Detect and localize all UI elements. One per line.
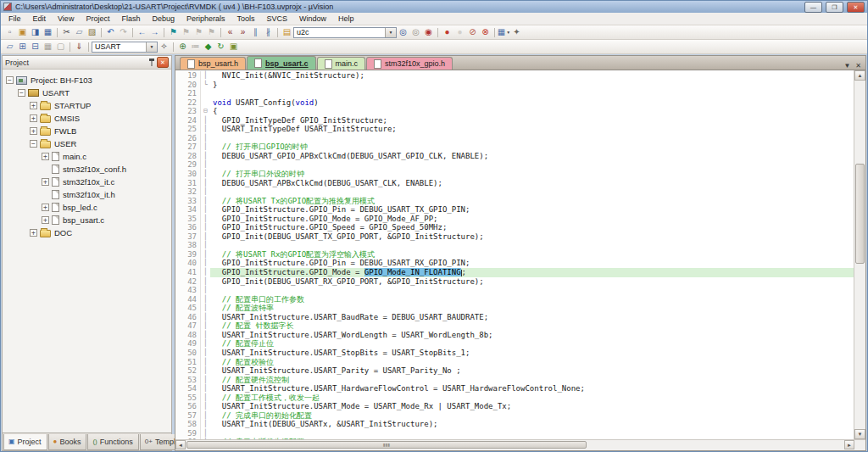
tab-list-dropdown-icon[interactable]: ▼ — [843, 62, 850, 70]
uncomment-selection-button[interactable]: ∦ — [262, 26, 275, 38]
scroll-left-icon[interactable]: ◄ — [175, 440, 186, 449]
toggle-bookmark-button[interactable]: ⚑ — [167, 26, 180, 38]
code-line-30[interactable]: 30│ // 打开串口外设的时钟 — [175, 170, 854, 179]
fold-collapse-icon[interactable]: ⊟ — [200, 107, 210, 116]
tree-item-bsp-led-c[interactable]: +bsp_led.c — [3, 201, 171, 214]
tree-item-fwlb[interactable]: +FWLB — [3, 125, 171, 137]
vertical-scroll-thumb[interactable] — [855, 164, 865, 264]
project-panel-close-icon[interactable]: ✕ — [157, 57, 169, 68]
code-line-47[interactable]: 47│ // 配置 针数据字长 — [175, 321, 854, 331]
code-line-49[interactable]: 49│ // 配置停止位 — [175, 339, 854, 349]
find-previous-button[interactable]: ◎ — [409, 26, 422, 38]
restore-button[interactable]: ❐ — [826, 2, 843, 13]
tab-bsp-usart-h[interactable]: bsp_usart.h — [180, 57, 246, 70]
navigate-back-button[interactable]: ← — [136, 26, 148, 38]
save-all-button[interactable]: ▦ — [42, 26, 54, 38]
tab-main-c[interactable]: main.c — [317, 57, 366, 70]
horizontal-scrollbar[interactable]: ◄ ► — [175, 439, 865, 450]
open-file-button[interactable]: ▣ — [16, 26, 29, 38]
menu-tools[interactable]: Tools — [231, 14, 260, 23]
menu-edit[interactable]: Edit — [27, 14, 53, 23]
download-button[interactable]: ⇓ — [73, 41, 86, 53]
vertical-scrollbar[interactable]: ▲ ▼ — [854, 70, 865, 439]
menu-view[interactable]: View — [52, 14, 80, 23]
manage-project-items-button[interactable]: ⊕ — [176, 41, 189, 53]
redo-button[interactable]: ↷ — [117, 26, 130, 38]
menu-svcs[interactable]: SVCS — [261, 14, 294, 23]
file-extensions-button[interactable]: ≔ — [189, 41, 202, 53]
code-line-35[interactable]: 35│ GPIO_InitStructure.GPIO_Mode = GPIO_… — [175, 215, 854, 224]
menu-project[interactable]: Project — [80, 14, 115, 23]
expand-icon[interactable]: + — [42, 216, 49, 224]
close-button[interactable]: ✕ — [847, 2, 865, 13]
indent-button[interactable]: » — [236, 26, 249, 38]
tree-item-doc[interactable]: +DOC — [3, 226, 171, 239]
tree-item-project-bh-f103[interactable]: −Project: BH-F103 — [3, 74, 171, 86]
collapse-icon[interactable]: − — [30, 140, 37, 148]
copy-button[interactable]: ▱ — [73, 26, 86, 38]
chevron-down-icon[interactable]: ▼ — [146, 42, 157, 52]
code-editor[interactable]: 19│ NVIC_Init(&NVIC_InitStructure);20└}2… — [175, 70, 854, 439]
comment-selection-button[interactable]: ∥ — [249, 26, 262, 38]
code-line-43[interactable]: 43│ — [175, 286, 854, 295]
code-line-28[interactable]: 28│ DEBUG_USART_GPIO_APBxClkCmd(DEBUG_US… — [175, 152, 854, 161]
tree-item-stm32f10x-conf-h[interactable]: +stm32f10x_conf.h — [3, 163, 171, 176]
stop-build-button[interactable]: ▢ — [54, 41, 67, 53]
code-line-41[interactable]: 41│ GPIO_InitStructure.GPIO_Mode = GPIO_… — [175, 268, 854, 277]
code-line-59[interactable]: 59│ — [175, 429, 854, 438]
code-line-23[interactable]: 23⊟{ — [175, 107, 854, 116]
tree-item-usart[interactable]: −USART — [3, 86, 171, 99]
enable-breakpoint-button[interactable]: ● — [453, 26, 466, 38]
scroll-right-icon[interactable]: ► — [844, 440, 854, 449]
configure-button[interactable]: ✦ — [510, 26, 523, 38]
select-target-combobox[interactable]: USART▼ — [92, 42, 158, 53]
close-document-icon[interactable]: ✕ — [855, 62, 861, 70]
chevron-down-icon[interactable]: ▼ — [385, 28, 396, 37]
code-line-48[interactable]: 48│ USART_InitStructure.USART_WordLength… — [175, 331, 854, 340]
manage-runtime-environment-button[interactable]: ◆ — [202, 41, 214, 53]
code-line-51[interactable]: 51│ // 配置校验位 — [175, 358, 854, 367]
scroll-up-icon[interactable]: ▲ — [854, 70, 865, 81]
code-line-58[interactable]: 58│ USART_Init(DEBUG_USARTx, &USART_Init… — [175, 420, 854, 429]
code-line-33[interactable]: 33│ // 将USART Tx的GPIO配置为推挽复用模式 — [175, 197, 854, 206]
tree-item-main-c[interactable]: +main.c — [3, 150, 171, 163]
tab-stm32f10x-gpio-h[interactable]: stm32f10x_gpio.h — [366, 57, 453, 70]
find-in-files-button[interactable]: ▤ — [281, 26, 293, 38]
code-line-29[interactable]: 29│ — [175, 160, 854, 170]
code-line-50[interactable]: 50│ USART_InitStructure.USART_StopBits =… — [175, 349, 854, 358]
horizontal-scroll-thumb[interactable] — [186, 441, 587, 449]
code-line-36[interactable]: 36│ GPIO_InitStructure.GPIO_Speed = GPIO… — [175, 223, 854, 232]
save-button[interactable]: ◨ — [29, 26, 42, 38]
kill-all-breakpoints-button[interactable]: ⊗ — [479, 26, 492, 38]
panel-tab-project[interactable]: ▣Project — [3, 434, 47, 450]
pack-installer-button[interactable]: ▣ — [227, 41, 240, 53]
navigate-forward-button[interactable]: → — [148, 26, 161, 38]
code-line-24[interactable]: 24│ GPIO_InitTypeDef GPIO_InitStructure; — [175, 116, 854, 126]
minimize-button[interactable]: — — [804, 2, 822, 13]
build-button[interactable]: ⊞ — [16, 41, 29, 53]
panel-tab-books[interactable]: ●Books — [48, 434, 87, 450]
next-bookmark-button[interactable]: ⚑ — [192, 26, 205, 38]
expand-icon[interactable]: + — [30, 127, 37, 135]
expand-icon[interactable]: + — [30, 114, 37, 122]
code-line-22[interactable]: 22void USART_Config(void) — [175, 98, 854, 108]
menu-file[interactable]: File — [3, 14, 27, 23]
code-line-55[interactable]: 55│ // 配置工作模式，收发一起 — [175, 393, 854, 403]
menu-help[interactable]: Help — [332, 14, 360, 23]
panel-tab-functions[interactable]: ()Functions — [87, 434, 138, 450]
menu-window[interactable]: Window — [293, 14, 332, 23]
tree-item-stm32f10x-it-c[interactable]: +stm32f10x_it.c — [3, 176, 171, 188]
code-line-21[interactable]: 21 — [175, 89, 854, 98]
expand-icon[interactable]: + — [42, 153, 49, 160]
code-line-42[interactable]: 42│ GPIO_Init(DEBUG_USART_RX_GPIO_PORT, … — [175, 277, 854, 287]
options-for-target-button[interactable]: ✧ — [158, 41, 170, 53]
rebuild-all-button[interactable]: ⊟ — [29, 41, 42, 53]
code-line-39[interactable]: 39│ // 将USART Rx的GPIO配置为浮空输入模式 — [175, 250, 854, 259]
menu-debug[interactable]: Debug — [146, 14, 181, 23]
paste-button[interactable]: ▨ — [86, 26, 98, 38]
previous-bookmark-button[interactable]: ⚑ — [180, 26, 192, 38]
undo-button[interactable]: ↶ — [104, 26, 117, 38]
tree-item-startup[interactable]: +STARTUP — [3, 99, 171, 112]
collapse-icon[interactable]: − — [6, 76, 14, 84]
code-line-19[interactable]: 19│ NVIC_Init(&NVIC_InitStructure); — [175, 71, 854, 81]
